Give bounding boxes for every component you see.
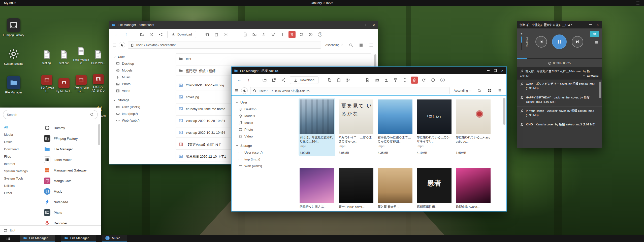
breadcrumb[interactable]: user: / ... / Hello World / 柘榴-zakuro- — [250, 87, 450, 94]
dark-mode-toggle[interactable] — [241, 87, 248, 94]
menu-icon[interactable] — [112, 43, 116, 47]
category-system-settings[interactable]: System Settings — [0, 167, 40, 175]
app-launcher-button[interactable] — [3, 236, 14, 240]
open-new-window-button[interactable] — [147, 32, 156, 37]
open-button[interactable] — [137, 32, 147, 37]
download-button[interactable]: Download — [290, 76, 318, 84]
list-view-button[interactable] — [367, 43, 375, 47]
sidebar-item-user-user[interactable]: User (user:/) — [113, 103, 173, 110]
desktop-file-item[interactable]: 【恋きみ...た】あめいろ... — [90, 66, 107, 94]
maximize-button[interactable] — [366, 24, 368, 26]
grid-view-button[interactable] — [357, 43, 365, 47]
grid-item-avaso[interactable]: 炸裂京急 Avaso... — [455, 167, 492, 210]
sidebar-item-music[interactable]: Music — [236, 119, 295, 126]
taskbar-item-music[interactable]: Music — [102, 235, 127, 242]
search-input[interactable] — [7, 113, 88, 117]
category-system-tools[interactable]: System Tools — [0, 175, 40, 182]
taskbar-item-file-manager[interactable]: File Manager — [20, 235, 55, 242]
breadcrumb[interactable]: user: / Desktop / screenshot — [128, 42, 321, 49]
grid-item-item[interactable]: 「寂しい」命に嫌われている＿カンザキイオリ....mp34.19MB — [416, 98, 453, 156]
playlist-item[interactable]: Cynic＿ポリスピカデリー cover. by 柘榴-zakuro-.mp3 … — [517, 80, 602, 93]
playlist-scrollbar[interactable] — [599, 82, 601, 98]
desktop-icon-file-manager[interactable]: File Manager — [2, 65, 26, 94]
share-button[interactable] — [278, 78, 288, 82]
category-files[interactable]: Files — [0, 153, 40, 160]
download-button[interactable]: Download — [167, 31, 196, 38]
volume-slider[interactable]: + − — [521, 32, 523, 55]
maximize-button[interactable] — [494, 69, 497, 72]
sidebar-item-desktop[interactable]: Desktop — [236, 106, 295, 113]
sidebar-item-web-web[interactable]: Web (web:/) — [113, 117, 173, 124]
new-folder-button[interactable] — [372, 78, 382, 82]
rename-button[interactable] — [278, 32, 287, 37]
brand-label[interactable]: My ArOZ — [4, 1, 16, 5]
sidebar-section-header[interactable]: User — [236, 99, 295, 106]
list-view-button[interactable] — [496, 89, 503, 93]
grid-view-button[interactable] — [486, 89, 493, 93]
category-other[interactable]: Other — [0, 189, 40, 197]
sidebar-item-web-web[interactable]: Web (web:/) — [236, 163, 295, 169]
desktop-icon-ffmpeg-factory[interactable]: FFmpeg Factory — [2, 8, 26, 37]
scrollbar[interactable] — [503, 98, 505, 125]
playlist-item[interactable]: HAPPY BIRTHDAY＿back number cover. by 柘榴-… — [517, 93, 602, 107]
category-all[interactable]: All — [0, 124, 40, 131]
upload-button[interactable] — [259, 32, 269, 37]
output-switch-button[interactable] — [590, 31, 599, 37]
category-download[interactable]: Download — [0, 146, 40, 153]
open-new-window-button[interactable] — [269, 78, 278, 82]
refresh-button[interactable] — [297, 32, 306, 37]
progress-bar[interactable] — [517, 58, 602, 59]
category-internet[interactable]: Internet — [0, 160, 40, 167]
sidebar-section-header[interactable]: Storage — [236, 142, 295, 149]
top-menu-icon[interactable] — [636, 1, 640, 5]
exit-button[interactable]: Exit — [0, 225, 101, 235]
share-button[interactable] — [156, 32, 165, 37]
desktop-icon-system-setting[interactable]: System Setting — [2, 37, 26, 65]
refresh-button[interactable] — [419, 78, 429, 82]
playlist-item[interactable]: In Your Hands＿yusukeP cover. by 柘榴-zakur… — [517, 107, 602, 120]
category-office[interactable]: Office — [0, 138, 40, 146]
grid-item-co[interactable]: 夏を見て いるかな八月のレイニー＿はるまきごはん co....mp33.06MB — [338, 98, 374, 156]
category-media[interactable]: Media — [0, 131, 40, 138]
desktop-file-fly-me-to-t[interactable]: Fly Me To T... — [55, 66, 73, 94]
sidebar-section-header[interactable]: Storage — [113, 97, 173, 103]
search-button[interactable] — [347, 43, 355, 47]
desktop-file-test-agi[interactable]: test.agi — [38, 38, 55, 66]
sidebar-item-photo[interactable]: Photo — [236, 126, 295, 133]
help-button[interactable]: ? — [315, 32, 325, 37]
new-folder-button[interactable] — [250, 32, 259, 37]
desktop-file-test-bat[interactable]: test.bat — [55, 38, 73, 66]
new-file-button[interactable] — [241, 32, 250, 37]
w1-titlebar[interactable]: File Manager - screenshot × — [109, 21, 378, 29]
sidebar-item-desktop[interactable]: Desktop — [113, 60, 173, 67]
app-item-manga-cafe[interactable]: Manga Cafe — [40, 176, 101, 186]
app-item-file-manager[interactable]: File Manager — [40, 144, 101, 154]
sidebar-item-video[interactable]: Video — [113, 87, 173, 94]
new-file-button[interactable] — [363, 78, 372, 82]
volume-up-label[interactable]: + — [521, 32, 523, 35]
grid-item-item[interactable]: 四季折々に揺さぶ... — [299, 167, 335, 210]
grid-item-harup-cover[interactable]: 憂一 HaruP cover... — [338, 167, 374, 210]
app-item-ffmpeg-factory[interactable]: FFmpeg Factory — [40, 133, 101, 144]
sort-dropdown[interactable]: Ascending — [454, 89, 472, 92]
volume-down-label[interactable]: − — [521, 51, 523, 55]
upload-button[interactable] — [382, 78, 391, 82]
minimize-button[interactable] — [358, 25, 361, 25]
app-item-dummy[interactable]: Dummy — [40, 123, 101, 133]
start-menu-scrollbar[interactable] — [98, 124, 100, 145]
sidebar-item-video[interactable]: Video — [236, 133, 295, 140]
w2-titlebar[interactable]: File Manager - 柘榴-zakuro- × — [232, 67, 506, 74]
desktop-file-vocal[interactable]: 【東方Vocal... — [38, 66, 55, 94]
app-item-photo[interactable]: Photo — [40, 207, 101, 218]
search-button[interactable] — [476, 89, 483, 93]
playlist-toggle-button[interactable] — [594, 41, 598, 46]
dark-mode-toggle[interactable] — [119, 42, 125, 48]
grid-item-item[interactable]: 藍と藍 春大月... — [377, 167, 413, 210]
extract-button[interactable] — [269, 32, 278, 37]
app-item-notepada[interactable]: NotepadA — [40, 197, 101, 207]
paste-button[interactable] — [212, 32, 221, 37]
volume-fill[interactable] — [521, 37, 522, 43]
extract-button[interactable] — [391, 78, 400, 82]
sort-dropdown[interactable]: Ascending — [325, 43, 343, 47]
sidebar-section-header[interactable]: User — [113, 53, 173, 60]
